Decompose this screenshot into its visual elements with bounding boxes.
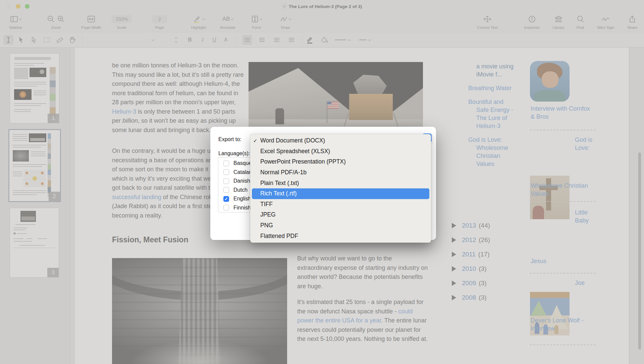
menu-item-label: Rich Text (.rtf) <box>260 190 297 197</box>
menu-item-powerpoint-pptx[interactable]: PowerPoint Presentation (PPTX) <box>250 157 431 167</box>
checkbox-english[interactable]: ✓ <box>223 196 229 202</box>
menu-item-jpeg[interactable]: JPEG <box>250 209 431 220</box>
menu-item-plain-text[interactable]: Plain Text (.txt) <box>250 178 431 188</box>
menu-item-word-docx[interactable]: ✓Word Document (DOCX) <box>250 135 431 146</box>
menu-item-label: Normal PDF/A-1b <box>260 169 307 176</box>
checkbox-catalan[interactable] <box>223 169 229 175</box>
checkmark-icon: ✓ <box>250 138 260 144</box>
menu-item-tiff[interactable]: TIFF <box>250 199 431 210</box>
menu-item-rich-text[interactable]: Rich Text (.rtf) <box>252 188 429 199</box>
menu-item-label: JPEG <box>260 211 276 218</box>
menu-item-png[interactable]: PNG <box>250 220 431 231</box>
languages-label: Language(s): <box>218 150 250 157</box>
checkbox-dutch[interactable] <box>223 187 229 193</box>
menu-item-label: TIFF <box>260 201 273 208</box>
language-label: Finnish <box>233 205 251 211</box>
language-label: Dutch <box>233 187 248 193</box>
menu-item-label: Flattened PDF <box>260 233 298 240</box>
language-label: Danish <box>233 178 250 184</box>
menu-item-pdfa[interactable]: Normal PDF/A-1b <box>250 167 431 178</box>
menu-item-flattened-pdf[interactable]: Flattened PDF <box>250 231 431 241</box>
checkbox-finnish[interactable] <box>223 205 229 210</box>
menu-item-excel-xlsx[interactable]: Excel Spreadsheet (XLSX) <box>250 146 431 157</box>
menu-item-label: Plain Text (.txt) <box>260 180 299 187</box>
menu-item-label: PowerPoint Presentation (PPTX) <box>260 158 346 165</box>
export-to-label: Export to: <box>218 136 241 142</box>
language-label: Basque <box>233 160 252 166</box>
language-label: English <box>233 196 251 202</box>
menu-item-label: Word Document (DOCX) <box>260 137 325 144</box>
checkbox-basque[interactable] <box>223 161 229 166</box>
export-format-menu: ✓Word Document (DOCX) Excel Spreadsheet … <box>250 134 431 243</box>
menu-item-label: Excel Spreadsheet (XLSX) <box>260 148 330 155</box>
menu-item-label: PNG <box>260 222 273 229</box>
app-window: The Lure of Helium-3 (Page 2 of 3) Sideb… <box>0 0 644 364</box>
checkbox-danish[interactable] <box>223 178 229 184</box>
language-label: Catalan <box>233 169 252 175</box>
